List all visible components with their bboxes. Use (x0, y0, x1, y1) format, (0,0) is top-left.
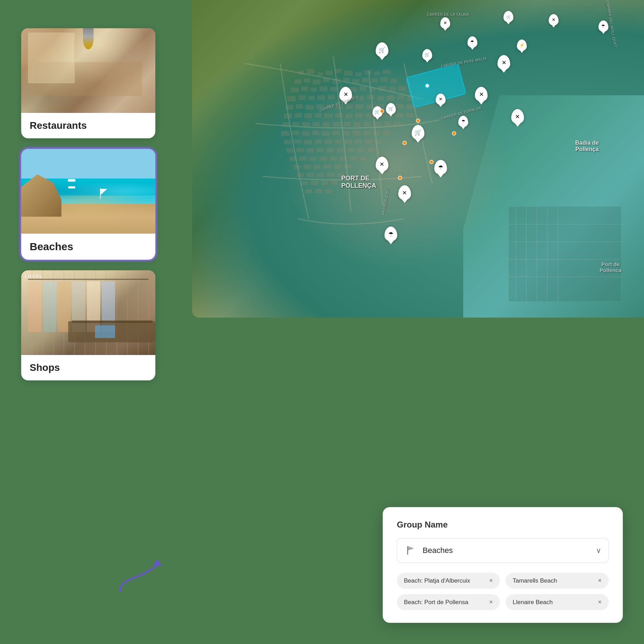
svg-rect-13 (313, 79, 321, 84)
svg-rect-49 (305, 105, 314, 110)
svg-rect-29 (359, 86, 366, 91)
svg-rect-117 (309, 157, 317, 161)
map-pin-restaurant-7[interactable]: ✕ (475, 87, 488, 102)
svg-rect-8 (364, 70, 372, 75)
svg-rect-64 (324, 113, 333, 118)
svg-rect-89 (322, 131, 330, 136)
svg-rect-45 (397, 95, 405, 100)
map-pin-shop-3[interactable]: 🛒 (422, 49, 432, 60)
svg-rect-48 (296, 104, 303, 109)
svg-rect-127 (334, 164, 341, 169)
map-pin-shop-4[interactable]: 🛒 (386, 103, 396, 114)
svg-rect-108 (307, 148, 314, 153)
svg-rect-85 (281, 131, 290, 136)
svg-rect-23 (301, 86, 308, 91)
svg-rect-109 (316, 148, 324, 152)
svg-rect-24 (311, 88, 317, 92)
svg-rect-101 (335, 139, 342, 144)
map-pin-restaurant[interactable]: ✕ (440, 17, 450, 29)
svg-rect-34 (287, 96, 296, 101)
group-selector[interactable]: Beaches ∨ (397, 538, 609, 563)
map-pin-restaurant-8[interactable]: ✕ (511, 109, 524, 124)
svg-rect-130 (306, 173, 314, 177)
svg-rect-32 (389, 87, 396, 91)
tag-tamarells[interactable]: Tamarells Beach × (506, 573, 609, 589)
tag-close-icon[interactable]: × (489, 598, 493, 606)
map-pin-umbrella-2[interactable]: ☂ (467, 36, 477, 48)
svg-rect-71 (395, 113, 404, 118)
map-pin-restaurant-10[interactable]: ✕ (398, 185, 411, 200)
tag-close-icon[interactable]: × (598, 598, 602, 606)
group-panel-title: Group Name (397, 520, 609, 530)
svg-rect-7 (355, 72, 362, 76)
svg-rect-35 (298, 95, 306, 100)
map-pin-restaurant-4[interactable]: ✕ (497, 55, 510, 70)
map-pin-umbrella-4[interactable]: ☂ (434, 160, 447, 175)
map-pin-restaurant-6[interactable]: ✕ (436, 94, 446, 105)
orange-dot-6 (452, 131, 456, 136)
shops-card[interactable]: Shops (21, 270, 155, 380)
svg-rect-90 (332, 131, 340, 135)
tag-beach-port[interactable]: Beach: Port de Pollensa × (397, 594, 500, 610)
svg-rect-59 (406, 104, 414, 109)
svg-rect-33 (398, 86, 406, 91)
tag-label: Beach: Platja d'Albercuix (404, 577, 470, 584)
svg-rect-121 (350, 156, 357, 161)
svg-rect-83 (384, 121, 391, 126)
svg-rect-11 (294, 79, 302, 84)
map-pin-shop[interactable]: 🛒 (503, 11, 513, 22)
map-container: ✕ 🛒 ✕ ☂ 🛒 🛒 ☂ ⚡ ✕ ✕ 🛒 (192, 0, 644, 318)
svg-rect-96 (284, 140, 292, 144)
svg-rect-136 (321, 181, 328, 185)
svg-rect-74 (292, 122, 299, 126)
svg-rect-86 (292, 131, 299, 135)
tag-llenaire[interactable]: Llenaire Beach × (506, 594, 609, 610)
svg-rect-110 (327, 148, 334, 152)
map-pin-shop-5[interactable]: 🛒 (412, 125, 424, 140)
svg-rect-150 (407, 546, 408, 555)
orange-dot-3 (402, 141, 407, 145)
svg-rect-9 (374, 71, 380, 76)
svg-rect-10 (383, 70, 391, 74)
svg-rect-140 (325, 189, 332, 193)
arrow-container (113, 552, 169, 595)
svg-rect-6 (344, 71, 353, 76)
tag-close-icon[interactable]: × (489, 577, 493, 584)
svg-rect-137 (330, 181, 338, 185)
svg-rect-114 (367, 148, 375, 152)
street-label-talaia: CARRER DE LA TALAIA (427, 13, 469, 17)
map-pin-restaurant-3[interactable]: ⚡ (517, 40, 527, 51)
map-pin-umbrella-3[interactable]: ☂ (458, 116, 468, 127)
svg-rect-12 (304, 78, 310, 83)
svg-rect-100 (324, 139, 332, 144)
svg-rect-135 (311, 181, 318, 185)
svg-rect-5 (335, 69, 341, 73)
svg-rect-44 (387, 95, 395, 100)
svg-rect-111 (336, 148, 345, 152)
category-panel: Restaurants Beaches (21, 28, 155, 380)
svg-rect-20 (380, 77, 388, 82)
svg-rect-38 (328, 95, 335, 100)
tag-close-icon[interactable]: × (598, 577, 602, 584)
map-pin-umbrella-5[interactable]: ☂ (384, 227, 397, 241)
svg-rect-119 (330, 156, 337, 161)
group-selector-value: Beaches (423, 546, 596, 555)
map-pin-restaurant-9[interactable]: ✕ (376, 157, 388, 171)
map-pin-umbrella[interactable]: ☂ (598, 20, 608, 32)
tag-label: Tamarells Beach (513, 577, 557, 584)
tag-beach-platja[interactable]: Beach: Platja d'Albercuix × (397, 573, 500, 589)
map-pin-restaurant-2[interactable]: ✕ (549, 14, 559, 25)
svg-rect-65 (335, 113, 343, 118)
svg-rect-87 (302, 131, 310, 136)
svg-rect-129 (297, 173, 304, 177)
svg-rect-21 (390, 78, 397, 83)
svg-rect-104 (365, 139, 372, 144)
map-pin-shop-2[interactable]: 🛒 (376, 42, 388, 57)
svg-rect-113 (357, 148, 365, 152)
tag-label: Llenaire Beach (513, 599, 553, 606)
svg-rect-79 (344, 122, 351, 126)
svg-rect-124 (303, 164, 311, 169)
beaches-card[interactable]: Beaches (21, 149, 155, 260)
restaurants-card[interactable]: Restaurants (21, 28, 155, 138)
svg-rect-106 (286, 148, 294, 153)
